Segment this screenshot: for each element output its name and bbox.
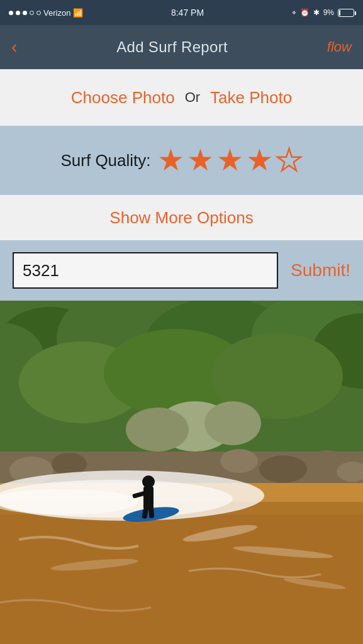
show-more-options-button[interactable]: Show More Options: [109, 208, 253, 228]
location-icon: ⌖: [292, 8, 296, 17]
svg-point-12: [204, 401, 261, 445]
surf-photo: [0, 301, 363, 644]
more-options-section: Show More Options: [0, 195, 363, 240]
alarm-icon: ⏰: [300, 8, 310, 17]
signal-dot-5: [36, 11, 41, 15]
quality-label: Surf Quality:: [60, 151, 150, 170]
surf-quality-section: Surf Quality: ★ ★ ★ ★ ★: [0, 126, 363, 195]
back-button[interactable]: ‹: [11, 38, 17, 56]
svg-point-19: [259, 455, 307, 483]
battery-percent: 9%: [323, 8, 334, 17]
scene: [0, 301, 363, 644]
nav-bar: ‹ Add Surf Report flow: [0, 25, 363, 69]
svg-point-13: [126, 408, 189, 452]
signal-dot-4: [30, 11, 34, 15]
svg-rect-33: [143, 486, 154, 510]
code-input[interactable]: [13, 252, 278, 289]
input-section: Submit!: [0, 240, 363, 301]
star-5[interactable]: ★: [276, 145, 303, 175]
submit-button[interactable]: Submit!: [291, 260, 350, 280]
battery-icon: [338, 9, 354, 17]
svg-point-18: [220, 449, 258, 473]
star-3[interactable]: ★: [216, 145, 243, 175]
battery-fill: [339, 10, 340, 16]
nav-title: Add Surf Report: [116, 38, 228, 56]
svg-point-34: [142, 475, 155, 488]
photo-picker-bar: Choose Photo Or Take Photo: [0, 69, 363, 126]
wifi-icon: 📶: [73, 8, 83, 18]
svg-rect-24: [0, 502, 363, 644]
signal-dot-3: [23, 11, 27, 15]
scene-svg: [0, 301, 363, 644]
status-bar: Verizon 📶 8:47 PM ⌖ ⏰ ✱ 9%: [0, 0, 363, 25]
svg-rect-37: [148, 508, 154, 518]
time-label: 8:47 PM: [171, 8, 204, 18]
flow-button[interactable]: flow: [327, 39, 352, 55]
star-2[interactable]: ★: [187, 145, 214, 175]
status-right: ⌖ ⏰ ✱ 9%: [292, 8, 354, 17]
star-1[interactable]: ★: [157, 145, 184, 175]
status-left: Verizon 📶: [9, 8, 83, 18]
choose-photo-button[interactable]: Choose Photo: [71, 88, 175, 108]
bluetooth-icon: ✱: [313, 8, 320, 17]
or-label: Or: [185, 89, 200, 106]
signal-dot-1: [9, 11, 13, 15]
star-4[interactable]: ★: [246, 145, 273, 175]
signal-dot-2: [16, 11, 20, 15]
star-rating[interactable]: ★ ★ ★ ★ ★: [157, 145, 303, 175]
take-photo-button[interactable]: Take Photo: [210, 88, 292, 108]
carrier-label: Verizon: [43, 8, 70, 18]
